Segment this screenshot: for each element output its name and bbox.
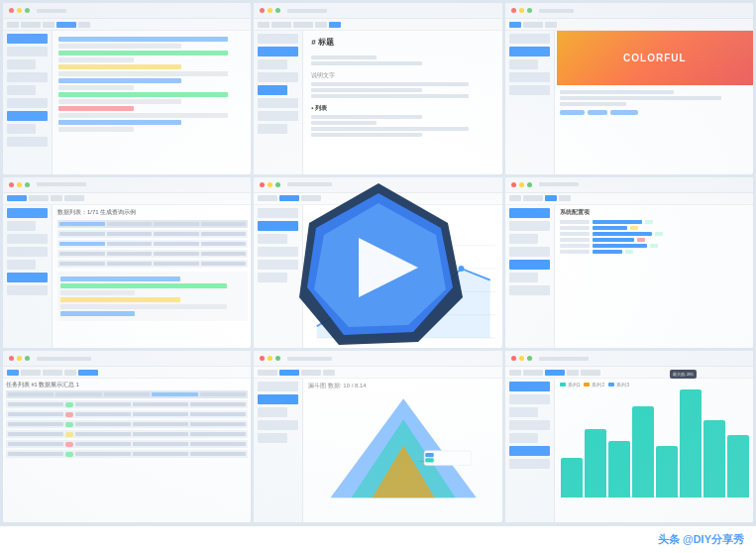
- table-cell: [75, 452, 131, 456]
- toolbar-btn: [523, 195, 543, 201]
- stat-bar: [593, 226, 627, 230]
- sidebar-item: [258, 85, 286, 95]
- table-cell: [201, 252, 247, 256]
- table-title: 数据列表：1/71 生成查询示例: [57, 208, 248, 217]
- table-cell: [59, 252, 105, 256]
- sidebar-item: [258, 394, 298, 404]
- toolbar-btn: [21, 370, 41, 376]
- table-row: [6, 420, 248, 428]
- sidebar-item: [258, 124, 286, 134]
- sidebar-item: [7, 273, 48, 282]
- table-cell: [154, 232, 199, 236]
- toolbar-btn: [293, 22, 313, 28]
- table-cell: [107, 252, 153, 256]
- table-cell: [107, 262, 153, 266]
- bars-container: 最大值: 285: [557, 384, 753, 502]
- stat-label: [560, 220, 590, 224]
- doc-line: [311, 88, 422, 92]
- stat-badge: [645, 220, 653, 224]
- sidebar-item: [7, 98, 48, 108]
- sidebar-item: [258, 407, 286, 417]
- svg-rect-12: [426, 453, 434, 457]
- table-cell: [133, 442, 188, 446]
- toolbar-btn: [43, 22, 54, 28]
- sidebar-item: [258, 72, 298, 82]
- toolbar-btn: [64, 370, 76, 376]
- code-line: [58, 120, 181, 125]
- stats-title: 系统配置项: [560, 208, 750, 217]
- sidebar-item: [509, 273, 538, 282]
- tab-label: [539, 9, 574, 13]
- sidebar-item: [7, 59, 36, 69]
- cell-bar-chart: 系列1 系列2 系列3: [505, 351, 753, 522]
- table-cell: [8, 402, 63, 406]
- sidebar-item: [509, 260, 550, 270]
- play-button-svg[interactable]: [289, 178, 468, 357]
- toolbar-btn: [258, 22, 270, 28]
- code-line: [58, 92, 228, 97]
- toolbar-btn: [581, 370, 600, 376]
- stat-label: [560, 226, 590, 230]
- sidebar-item: [509, 59, 538, 69]
- table-header-cell: [8, 392, 54, 396]
- table-cell: [154, 262, 199, 266]
- toolbar-btn: [258, 195, 277, 201]
- table-cell: [133, 402, 188, 406]
- table-cell: [107, 242, 153, 246]
- stat-row: [560, 226, 750, 230]
- cell-header-4: [3, 177, 251, 193]
- stat-row: [560, 232, 750, 236]
- stat-badge: [655, 232, 663, 236]
- sidebar-item: [509, 394, 550, 404]
- stat-badge: [650, 244, 658, 248]
- toolbar-btn: [545, 22, 557, 28]
- table-cell: [190, 442, 246, 446]
- play-button-overlay[interactable]: [289, 178, 468, 357]
- toolbar-btn: [29, 195, 49, 201]
- dot-red: [260, 356, 265, 361]
- status-badge-green: [65, 402, 73, 407]
- sidebar-item: [7, 247, 48, 257]
- code-line: [58, 64, 181, 69]
- chart-label: 漏斗图 数据: 10 / 8.14: [305, 379, 501, 393]
- sidebar-item: [258, 98, 298, 108]
- toolbar-btn: [329, 22, 341, 28]
- dot-red: [511, 8, 516, 13]
- sidebar-item: [7, 221, 36, 231]
- status-badge: [65, 452, 73, 457]
- doc-line: [560, 96, 721, 100]
- toolbar-btn: [78, 22, 90, 28]
- doc-line: [560, 102, 626, 106]
- bar-item: [561, 458, 583, 498]
- code-line: [60, 283, 227, 288]
- sidebar-item: [509, 34, 550, 44]
- dot-yellow: [17, 356, 22, 361]
- watermark-handle: DIY分享秀: [694, 533, 744, 545]
- stat-label: [560, 244, 590, 248]
- table-cell: [190, 422, 246, 426]
- bar-item: [656, 446, 678, 498]
- cell-area-chart: 漏斗图 数据: 10 / 8.14: [254, 351, 501, 522]
- bar-item: [727, 435, 749, 498]
- cell-code-editor-1: [3, 3, 251, 174]
- dot-yellow: [268, 182, 272, 187]
- code-line: [58, 99, 181, 104]
- sidebar-item: [509, 420, 550, 430]
- doc-line: [311, 127, 468, 131]
- bottom-bar: 头条 @DIY分享秀: [0, 525, 756, 553]
- stat-bar: [593, 238, 634, 242]
- sidebar-item: [509, 234, 538, 244]
- sidebar-6: [505, 205, 555, 349]
- tab-label: [37, 9, 66, 13]
- dot-green: [527, 182, 532, 187]
- doc-line: [311, 121, 376, 125]
- sidebar-item: [258, 59, 286, 69]
- sidebar-item: [258, 382, 298, 391]
- table-cell: [59, 232, 105, 236]
- toolbar-btn: [509, 195, 521, 201]
- table-header-cell: [201, 222, 247, 226]
- sidebar-3: [505, 31, 555, 174]
- toolbar-8: [254, 367, 501, 379]
- section-label: • 列表: [311, 104, 495, 113]
- status-badge-red: [65, 442, 73, 447]
